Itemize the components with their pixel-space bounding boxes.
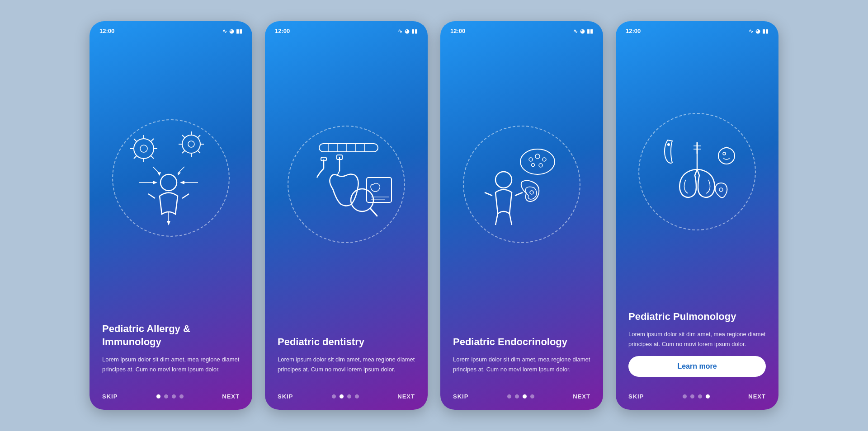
- wifi-icon-2: ∿: [398, 28, 402, 34]
- illustration-area-1: [90, 37, 252, 314]
- status-icons-3: ∿ ◕ ▮▮: [573, 28, 593, 34]
- desc-4: Lorem ipsum dolor sit dim amet, mea regi…: [628, 329, 766, 349]
- signal-icon-1: ◕: [229, 28, 234, 34]
- learn-more-button[interactable]: Learn more: [628, 356, 766, 377]
- svg-marker-30: [157, 172, 161, 176]
- svg-point-51: [535, 154, 540, 159]
- battery-icon-1: ▮▮: [236, 28, 242, 34]
- svg-line-60: [509, 214, 512, 225]
- next-btn-1[interactable]: NEXT: [222, 393, 240, 400]
- dot-4-2: [690, 394, 694, 398]
- dots-3: [507, 394, 534, 398]
- svg-line-7: [151, 139, 154, 141]
- skip-btn-2[interactable]: SKIP: [278, 393, 293, 400]
- svg-point-65: [719, 188, 723, 192]
- svg-line-58: [515, 192, 523, 196]
- dot-1-3: [172, 394, 176, 398]
- desc-1: Lorem ipsum dolor sit dim amet, mea regi…: [102, 355, 240, 374]
- time-4: 12:00: [626, 28, 641, 34]
- status-bar-2: 12:00 ∿ ◕ ▮▮: [265, 21, 428, 37]
- svg-marker-24: [153, 181, 157, 184]
- svg-line-5: [134, 139, 137, 141]
- status-icons-4: ∿ ◕ ▮▮: [749, 28, 769, 34]
- svg-point-49: [520, 149, 555, 174]
- dot-4-4: [706, 394, 710, 398]
- illustration-area-2: [265, 37, 428, 328]
- time-2: 12:00: [275, 28, 290, 34]
- battery-icon-4: ▮▮: [762, 28, 769, 34]
- signal-icon-2: ◕: [405, 28, 409, 34]
- svg-point-55: [530, 191, 533, 194]
- illustration-area-4: [616, 37, 778, 302]
- svg-line-43: [337, 171, 340, 175]
- signal-icon-4: ◕: [755, 28, 760, 34]
- skip-btn-1[interactable]: SKIP: [102, 393, 118, 400]
- svg-point-0: [134, 139, 154, 159]
- svg-point-54: [539, 164, 542, 167]
- svg-line-59: [495, 214, 498, 225]
- desc-2: Lorem ipsum dolor sit dim amet, mea regi…: [278, 355, 415, 374]
- content-area-3: Pediatric Endocrinology Lorem ipsum dolo…: [440, 328, 603, 387]
- dot-2-4: [355, 394, 359, 398]
- pulmonology-svg: [643, 117, 751, 226]
- dot-2-1: [332, 394, 336, 398]
- svg-line-22: [182, 194, 189, 198]
- dot-3-2: [515, 394, 519, 398]
- content-area-4: Pediatric Pulmonology Lorem ipsum dolor …: [616, 302, 778, 387]
- next-btn-2[interactable]: NEXT: [397, 393, 415, 400]
- next-btn-3[interactable]: NEXT: [573, 393, 590, 400]
- svg-marker-28: [167, 221, 170, 225]
- screen-endocrinology: 12:00 ∿ ◕ ▮▮: [440, 21, 603, 410]
- title-2: Pediatric dentistry: [278, 336, 415, 349]
- screens-container: 12:00 ∿ ◕ ▮▮: [90, 21, 778, 410]
- dentistry-svg: [292, 130, 401, 239]
- wifi-icon-3: ∿: [573, 28, 578, 34]
- svg-line-45: [370, 208, 377, 216]
- status-icons-1: ∿ ◕ ▮▮: [222, 28, 242, 34]
- dot-1-2: [164, 394, 168, 398]
- dot-1-1: [156, 394, 160, 398]
- svg-line-8: [134, 156, 137, 159]
- illustration-area-3: [440, 37, 603, 328]
- screen-dentistry: 12:00 ∿ ◕ ▮▮: [265, 21, 428, 410]
- svg-line-57: [485, 192, 492, 196]
- dot-1-4: [179, 394, 184, 398]
- title-1: Pediatric Allergy & Immunology: [102, 323, 240, 348]
- title-3: Pediatric Endocrinology: [453, 336, 590, 349]
- nav-bar-3: SKIP NEXT: [440, 387, 603, 410]
- status-bar-4: 12:00 ∿ ◕ ▮▮: [616, 21, 778, 37]
- svg-point-19: [188, 141, 194, 147]
- dot-4-1: [683, 394, 687, 398]
- svg-point-66: [718, 148, 735, 164]
- dot-2-3: [347, 394, 351, 398]
- svg-point-67: [723, 152, 726, 155]
- circle-dentistry: [288, 126, 405, 243]
- nav-bar-4: SKIP NEXT: [616, 387, 778, 410]
- status-bar-3: 12:00 ∿ ◕ ▮▮: [440, 21, 603, 37]
- svg-line-16: [198, 150, 200, 153]
- next-btn-4[interactable]: NEXT: [748, 393, 766, 400]
- svg-point-9: [140, 145, 147, 152]
- wifi-icon-1: ∿: [222, 28, 227, 34]
- skip-btn-4[interactable]: SKIP: [628, 393, 644, 400]
- desc-3: Lorem ipsum dolor sit dim amet, mea regi…: [453, 355, 590, 374]
- dot-2-2: [340, 394, 344, 398]
- svg-marker-26: [180, 181, 184, 184]
- dot-4-3: [698, 394, 702, 398]
- dot-3-3: [523, 394, 527, 398]
- dots-2: [332, 394, 359, 398]
- svg-line-18: [182, 150, 185, 153]
- battery-icon-2: ▮▮: [411, 28, 418, 34]
- status-icons-2: ∿ ◕ ▮▮: [398, 28, 418, 34]
- svg-point-50: [529, 158, 533, 161]
- skip-btn-3[interactable]: SKIP: [453, 393, 468, 400]
- svg-point-20: [160, 174, 177, 191]
- screen-pulmonology: 12:00 ∿ ◕ ▮▮: [616, 21, 778, 410]
- time-3: 12:00: [450, 28, 465, 34]
- allergy-svg: [117, 124, 225, 232]
- status-bar-1: 12:00 ∿ ◕ ▮▮: [90, 21, 252, 37]
- circle-allergy: [112, 119, 230, 237]
- dots-4: [683, 394, 710, 398]
- content-area-2: Pediatric dentistry Lorem ipsum dolor si…: [265, 328, 428, 387]
- svg-line-17: [198, 135, 200, 138]
